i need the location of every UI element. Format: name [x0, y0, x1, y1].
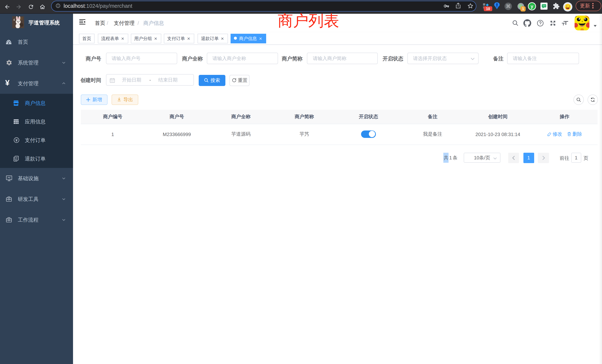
svg-text:y: y: [531, 3, 533, 9]
svg-text:⌘: ⌘: [506, 3, 511, 9]
